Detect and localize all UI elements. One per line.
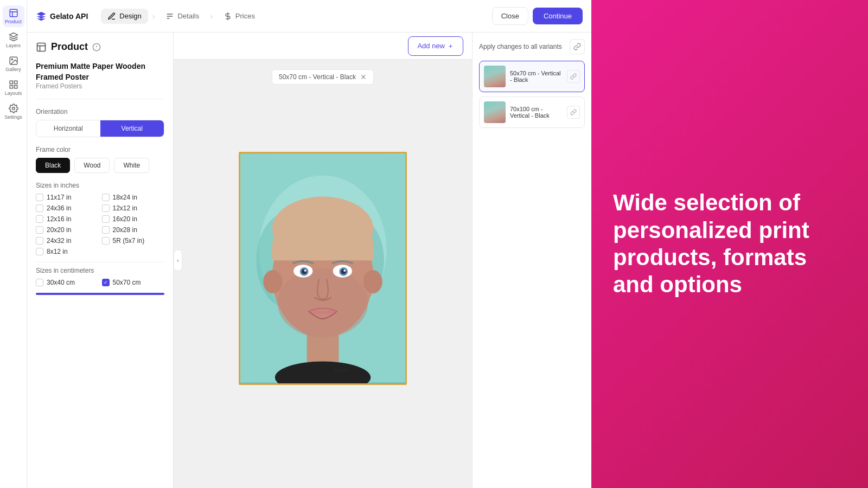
size-checkbox[interactable]: [102, 194, 110, 201]
size-item[interactable]: 12x12 in: [102, 204, 165, 212]
continue-button[interactable]: Continue: [533, 8, 583, 24]
link-all-button[interactable]: [570, 39, 585, 54]
size-checkbox[interactable]: [36, 248, 43, 255]
size-checkbox[interactable]: [36, 226, 43, 234]
variant-link-2[interactable]: [567, 106, 580, 119]
sidebar-item-settings[interactable]: Settings: [3, 101, 24, 123]
center-canvas: Add new ＋ ‹ 50x70 cm - Vertical - Black …: [174, 33, 472, 488]
canvas-label: 50x70 cm - Vertical - Black ✕: [272, 69, 374, 85]
size-checkbox[interactable]: [102, 215, 110, 223]
svg-point-2: [11, 59, 12, 60]
sidebar-item-layouts[interactable]: Layouts: [3, 77, 24, 99]
content-area: Product Premium Matte Paper Wooden Frame…: [27, 33, 591, 488]
svg-rect-4: [14, 81, 17, 84]
sizes-inches-label: Sizes in inches: [36, 182, 164, 189]
nav-arrow-1: ›: [152, 12, 155, 21]
canvas-close-button[interactable]: ✕: [360, 73, 367, 81]
size-item[interactable]: 24x32 in: [36, 237, 99, 245]
svg-rect-0: [10, 9, 17, 17]
brand-logo: Gelato API: [36, 11, 88, 22]
frame-color-white[interactable]: White: [114, 158, 149, 173]
frame-color-wood[interactable]: Wood: [74, 158, 110, 173]
product-icon: [36, 42, 47, 53]
size-item[interactable]: 20x20 in: [36, 226, 99, 234]
svg-point-21: [263, 270, 282, 293]
svg-rect-5: [10, 86, 12, 88]
nav-step-design[interactable]: Design: [101, 9, 148, 24]
sizes-inches-grid: 11x17 in 18x24 in 24x36 in 12x12 in 12x1…: [36, 194, 164, 255]
size-item[interactable]: 16x20 in: [102, 215, 165, 223]
svg-rect-3: [10, 81, 12, 84]
sizes-cm-grid: 30x40 cm 50x70 cm: [36, 279, 164, 286]
variant-item-2[interactable]: 70x100 cm - Vertical - Black: [479, 97, 585, 128]
svg-point-30: [304, 269, 307, 272]
hero-section: Wide selection of personalized print pro…: [591, 0, 868, 488]
variant-link-1[interactable]: [567, 70, 580, 83]
size-checkbox-cm-1[interactable]: [36, 279, 43, 286]
panel-header: Product: [36, 41, 164, 53]
left-panel: Product Premium Matte Paper Wooden Frame…: [27, 33, 174, 488]
info-icon[interactable]: [92, 43, 101, 52]
poster-frame: M.Lov...: [239, 152, 407, 385]
main-container: Gelato API Design › Details › Prices Clo…: [27, 0, 591, 488]
sidebar-item-layers[interactable]: Layers: [3, 29, 24, 51]
svg-text:M.Lov...: M.Lov...: [334, 367, 352, 373]
product-category: Framed Posters: [36, 82, 164, 90]
variant-item-1[interactable]: 50x70 cm - Vertical - Black: [479, 61, 585, 92]
variant-thumb-2: [484, 101, 506, 123]
top-nav: Gelato API Design › Details › Prices Clo…: [27, 0, 591, 33]
panel-title: Product: [51, 41, 88, 53]
orientation-toggle: Horizontal Vertical: [36, 120, 164, 137]
size-item-cm-2[interactable]: 50x70 cm: [102, 279, 165, 286]
brand-name: Gelato API: [50, 12, 88, 21]
size-item[interactable]: 11x17 in: [36, 194, 99, 201]
orientation-vertical[interactable]: Vertical: [100, 120, 164, 137]
size-item[interactable]: 8x12 in: [36, 248, 99, 255]
canvas-toolbar: Add new ＋: [174, 33, 472, 60]
svg-point-23: [278, 268, 368, 337]
sizes-cm-section: Sizes in centimeters 30x40 cm 50x70 cm: [36, 267, 164, 286]
add-new-button[interactable]: Add new ＋: [408, 36, 463, 56]
size-checkbox[interactable]: [36, 194, 43, 201]
size-item[interactable]: 12x16 in: [36, 215, 99, 223]
frame-color-label: Frame color: [36, 146, 164, 153]
size-item[interactable]: 24x36 in: [36, 204, 99, 212]
size-item-cm-1[interactable]: 30x40 cm: [36, 279, 99, 286]
nav-step-prices[interactable]: Prices: [217, 9, 261, 24]
size-checkbox[interactable]: [36, 237, 43, 245]
sidebar-icons: Product Layers Gallery Layouts Settings: [0, 0, 27, 488]
orientation-horizontal[interactable]: Horizontal: [36, 120, 100, 137]
size-item[interactable]: 18x24 in: [102, 194, 165, 201]
close-button[interactable]: Close: [492, 7, 528, 25]
variant-label-1: 50x70 cm - Vertical - Black: [510, 70, 563, 83]
size-item[interactable]: 20x28 in: [102, 226, 165, 234]
collapse-handle[interactable]: ‹: [174, 249, 182, 271]
variant-label-2: 70x100 cm - Vertical - Black: [510, 106, 563, 119]
svg-point-29: [341, 269, 346, 274]
svg-rect-9: [37, 43, 46, 51]
frame-color-group: Black Wood White: [36, 158, 164, 173]
size-checkbox[interactable]: [36, 215, 43, 223]
size-checkbox[interactable]: [102, 226, 110, 234]
size-checkbox[interactable]: [102, 204, 110, 212]
frame-color-black[interactable]: Black: [36, 158, 70, 173]
apply-changes-row: Apply changes to all variants: [479, 39, 585, 54]
svg-point-7: [12, 107, 15, 110]
apply-changes-text: Apply changes to all variants: [479, 43, 562, 50]
nav-step-details[interactable]: Details: [159, 9, 206, 24]
right-panel: Apply changes to all variants 50x70 cm -…: [472, 33, 591, 488]
svg-point-31: [343, 269, 346, 272]
sidebar-item-product[interactable]: Product: [3, 5, 24, 27]
svg-rect-6: [14, 86, 17, 88]
svg-point-22: [363, 270, 382, 293]
nav-arrow-2: ›: [210, 12, 213, 21]
sizes-cm-label: Sizes in centimeters: [36, 267, 164, 274]
svg-point-28: [302, 269, 307, 274]
size-checkbox-cm-2[interactable]: [102, 279, 110, 286]
product-name: Premium Matte Paper Wooden Framed Poster: [36, 61, 164, 82]
size-checkbox[interactable]: [102, 237, 110, 245]
face-svg: M.Lov...: [240, 153, 405, 383]
sidebar-item-gallery[interactable]: Gallery: [3, 53, 24, 75]
size-checkbox[interactable]: [36, 204, 43, 212]
size-item[interactable]: 5R (5x7 in): [102, 237, 165, 245]
